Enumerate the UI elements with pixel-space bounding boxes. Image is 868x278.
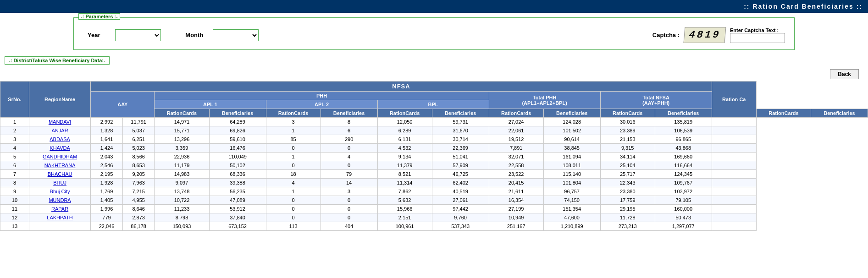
th-aay-ben: Beneficiaries <box>209 109 266 118</box>
region-cell[interactable]: RAPAR <box>29 205 90 213</box>
apl2-ben: 8 <box>321 118 377 126</box>
region-cell[interactable]: GANDHIDHAM <box>29 153 90 161</box>
region-cell[interactable]: ANJAR <box>29 126 90 135</box>
region-cell[interactable]: BHUJ <box>29 179 90 187</box>
apl1-rc: 15,771 <box>155 126 209 135</box>
apl2-ben: 79 <box>321 170 377 179</box>
region-cell[interactable]: Bhuj City <box>29 187 90 196</box>
ration-ca-cell <box>712 118 756 126</box>
ration-ca-cell <box>712 161 756 170</box>
table-row: 1 MANDAVI 2,992 11,791 14,971 64,289 3 8… <box>0 118 868 126</box>
th-tphh-ben: Beneficiaries <box>655 109 712 118</box>
apl2-rc: 0 <box>266 196 321 205</box>
apl1-ben: 673,152 <box>209 222 266 231</box>
apl2-ben: 0 <box>321 205 377 213</box>
bpl-ben: 40,519 <box>432 187 489 196</box>
bpl-ben: 59,731 <box>432 118 489 126</box>
apl2-rc: 1 <box>266 153 321 161</box>
apl2-ben: 14 <box>321 179 377 187</box>
region-cell[interactable]: LAKHPATH <box>29 213 90 222</box>
th-aay-rc: RationCards <box>155 109 209 118</box>
bpl-rc: 15,966 <box>377 205 432 213</box>
aay-rc: 1,996 <box>91 205 123 213</box>
month-select[interactable] <box>213 29 259 41</box>
apl1-rc: 10,722 <box>155 196 209 205</box>
year-label: Year <box>88 32 106 38</box>
bpl-rc: 2,151 <box>377 213 432 222</box>
year-select[interactable] <box>115 29 161 41</box>
tphh-rc: 16,354 <box>489 196 543 205</box>
th-region: RegionName <box>29 82 90 118</box>
tnfsa-ben: 124,345 <box>655 170 712 179</box>
th-bpl: BPL <box>377 100 489 109</box>
th-bpl-rc: RationCards <box>489 109 543 118</box>
bpl-rc: 9,134 <box>377 153 432 161</box>
srno-cell: 3 <box>0 135 29 144</box>
srno-cell: 5 <box>0 153 29 161</box>
apl2-rc: 3 <box>266 118 321 126</box>
captcha-label: Captcha : <box>652 32 680 38</box>
ration-ca-cell <box>712 144 756 153</box>
table-row: 10 MUNDRA 1,405 4,955 10,722 47,089 0 0 … <box>0 196 868 205</box>
bpl-rc: 12,050 <box>377 118 432 126</box>
region-cell[interactable]: ABDASA <box>29 135 90 144</box>
srno-cell: 8 <box>0 179 29 187</box>
bpl-ben: 30,714 <box>432 135 489 144</box>
tphh-ben: 90,614 <box>543 135 600 144</box>
apl2-rc: 4 <box>266 179 321 187</box>
header-title: :: Ration Card Beneficiaries :: <box>744 3 862 10</box>
bpl-ben: 57,909 <box>432 161 489 170</box>
captcha-image: 4819 <box>683 27 726 43</box>
srno-cell: 1 <box>0 118 29 126</box>
apl2-rc: 1 <box>266 187 321 196</box>
region-cell[interactable]: KHAVDA <box>29 144 90 153</box>
table-row: 13 22,046 86,178 150,093 673,152 113 404… <box>0 222 868 231</box>
tphh-rc: 27,199 <box>489 205 543 213</box>
region-cell[interactable]: MANDAVI <box>29 118 90 126</box>
back-button[interactable]: Back <box>830 69 859 79</box>
th-phh: PHH <box>155 92 489 100</box>
aay-ben: 86,178 <box>122 222 155 231</box>
srno-cell: 9 <box>0 187 29 196</box>
region-cell[interactable]: NAKHTRANA <box>29 161 90 170</box>
tnfsa-rc: 23,380 <box>600 187 655 196</box>
apl2-rc: 113 <box>266 222 321 231</box>
region-cell[interactable]: MUNDRA <box>29 196 90 205</box>
bpl-rc: 4,532 <box>377 144 432 153</box>
tphh-ben: 101,804 <box>543 179 600 187</box>
apl1-ben: 110,049 <box>209 153 266 161</box>
th-tnfsa-rc: RationCards <box>756 109 811 118</box>
apl1-ben: 59,610 <box>209 135 266 144</box>
tphh-ben: 108,011 <box>543 161 600 170</box>
apl1-rc: 3,359 <box>155 144 209 153</box>
tphh-rc: 10,949 <box>489 213 543 222</box>
bpl-ben: 46,725 <box>432 170 489 179</box>
captcha-text-input[interactable] <box>730 33 785 43</box>
th-apl1-rc: RationCards <box>266 109 321 118</box>
tphh-rc: 22,061 <box>489 126 543 135</box>
th-apl2-rc: RationCards <box>377 109 432 118</box>
params-legend: -: Parameters :- <box>78 13 120 20</box>
tnfsa-ben: 43,868 <box>655 144 712 153</box>
apl2-rc: 18 <box>266 170 321 179</box>
apl1-rc: 11,179 <box>155 161 209 170</box>
header-bar: :: Ration Card Beneficiaries :: <box>0 0 868 13</box>
tnfsa-rc: 17,759 <box>600 196 655 205</box>
tnfsa-ben: 1,297,077 <box>655 222 712 231</box>
aay-ben: 8,566 <box>122 153 155 161</box>
aay-rc: 2,546 <box>91 161 123 170</box>
th-apl1: APL 1 <box>155 100 266 109</box>
table-row: 3 ABDASA 1,641 6,251 13,296 59,610 85 29… <box>0 135 868 144</box>
tphh-rc: 22,558 <box>489 161 543 170</box>
apl1-rc: 13,296 <box>155 135 209 144</box>
month-label: Month <box>185 32 204 38</box>
tphh-ben: 115,140 <box>543 170 600 179</box>
th-aay: AAY <box>91 92 155 118</box>
tnfsa-rc: 25,104 <box>600 161 655 170</box>
apl1-ben: 47,089 <box>209 196 266 205</box>
region-cell[interactable]: BHACHAU <box>29 170 90 179</box>
tnfsa-ben: 116,664 <box>655 161 712 170</box>
params-section: -: Parameters :- Year Month Captcha : 48… <box>73 17 795 50</box>
table-row: 8 BHUJ 1,928 7,963 9,097 39,388 4 14 11,… <box>0 179 868 187</box>
bpl-ben: 537,343 <box>432 222 489 231</box>
